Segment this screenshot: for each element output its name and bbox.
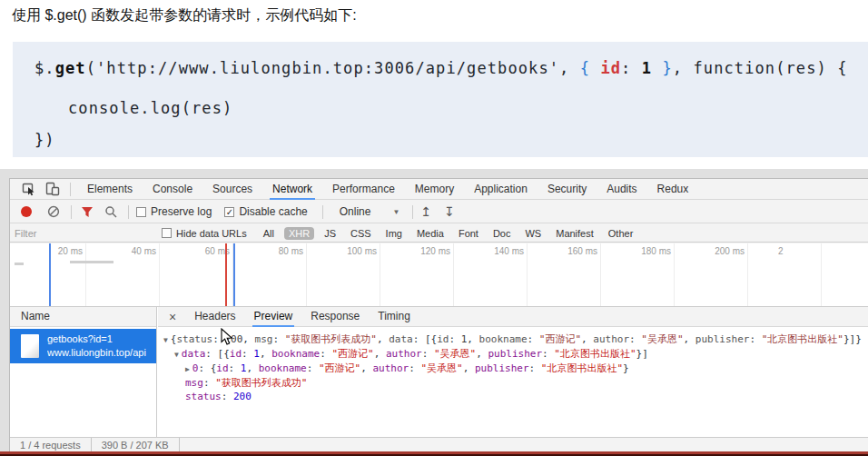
preview-tree[interactable]: ▼{status: 200, msg: "获取图书列表成功", data: [{… [158,327,868,437]
tab-console[interactable]: Console [153,179,192,200]
filter-funnel-icon[interactable] [79,204,94,220]
filter-type-doc[interactable]: Doc [488,227,516,240]
video-progress-bar[interactable] [0,451,868,456]
filter-type-manifest[interactable]: Manifest [551,227,598,240]
tab-audits[interactable]: Audits [607,179,636,200]
preview-token: , [581,333,593,345]
timeline-tick-label: 100 ms [313,246,377,256]
preview-token: "西游记" [539,333,581,345]
toolbar-divider [412,205,413,219]
code-token: $. [35,59,55,77]
filter-type-img[interactable]: Img [381,227,407,240]
inspect-icon[interactable] [21,182,36,197]
record-icon[interactable] [21,206,32,217]
request-row[interactable]: getbooks?id=1 www.liulongbin.top/api [10,329,156,363]
hide-data-urls-checkbox[interactable] [162,228,172,238]
filter-type-xhr[interactable]: XHR [284,227,314,240]
filter-type-all[interactable]: All [259,227,279,240]
devtools-window: ElementsConsoleSourcesNetworkPerformance… [9,178,868,451]
filter-type-pills: AllXHRJSCSSImgMediaFontDocWSManifestOthe… [256,227,641,240]
preview-token: , [260,348,271,360]
close-icon[interactable]: × [169,307,176,327]
overview-resource-bar [70,261,113,263]
tab-application[interactable]: Application [474,179,528,200]
preview-token: : [528,333,539,345]
timeline-tick-label: 140 ms [460,246,524,256]
filter-type-media[interactable]: Media [412,227,449,240]
preview-line[interactable]: ▶0: {id: 1, bookname: "西游记", author: "吴承… [158,362,868,376]
filter-input[interactable] [15,228,149,239]
transfer-size: 390 B / 207 KB [92,438,180,452]
preview-token: : [307,362,319,374]
hide-data-urls-label[interactable]: Hide data URLs [176,228,247,239]
mouse-cursor-icon [221,328,233,350]
overview-resource-bar [15,263,24,265]
devtools-tabbar: ElementsConsoleSourcesNetworkPerformance… [10,179,868,200]
filter-type-ws[interactable]: WS [520,227,546,240]
preview-token: "获取图书列表成功" [215,377,307,389]
preview-line[interactable]: status: 200 [158,390,868,403]
detail-tab-headers[interactable]: Headers [194,307,235,327]
code-line-1: $.get('http://www.liulongbin.top:3006/ap… [35,59,848,77]
tab-network[interactable]: Network [272,179,312,200]
tab-sources[interactable]: Sources [212,179,252,200]
preview-token: "北京图书出版社" [554,348,636,360]
timeline-tick-label: 60 ms [166,246,230,256]
throttling-select[interactable]: Online [340,205,371,218]
preview-line[interactable]: ▼data: [{id: 1, bookname: "西游记", author:… [158,347,868,362]
code-token: ('http://www.liulongbin.top:3006/api/get… [86,59,580,77]
detail-tab-response[interactable]: Response [311,307,360,327]
name-column-header[interactable]: Name [10,307,156,327]
disable-cache-label[interactable]: Disable cache [239,205,307,218]
export-har-icon[interactable]: ↧ [444,204,455,219]
devtools-outer-background: ElementsConsoleSourcesNetworkPerformance… [0,169,868,451]
dropdown-arrow-icon[interactable]: ▼ [392,208,399,216]
disclosure-expanded-icon[interactable]: ▼ [163,336,168,344]
clear-icon[interactable] [45,204,61,220]
search-icon[interactable] [103,204,118,220]
lesson-section: 使用 $.get() 函数发起带参数的请求时，示例代码如下: $.get('ht… [0,0,868,169]
preview-token: author [372,362,409,374]
tab-security[interactable]: Security [547,179,587,200]
filter-type-font[interactable]: Font [454,227,483,240]
detail-tab-timing[interactable]: Timing [378,307,410,327]
timeline-tick-label: 200 ms [681,246,745,256]
tab-performance[interactable]: Performance [332,179,395,200]
timeline-gridline [453,243,454,306]
tab-redux[interactable]: Redux [657,179,689,200]
preview-token: status [176,333,212,345]
disclosure-expanded-icon[interactable]: ▼ [174,351,179,359]
preview-token: : { [198,362,216,374]
timeline-overview[interactable]: 20 ms40 ms60 ms80 ms100 ms120 ms140 ms16… [10,243,868,307]
preview-line[interactable]: msg: "获取图书列表成功" [158,376,868,390]
preview-token: "获取图书列表成功" [285,333,377,345]
preview-line[interactable]: ▼{status: 200, msg: "获取图书列表成功", data: [{… [158,332,868,347]
detail-tab-preview[interactable]: Preview [254,307,293,327]
tab-elements[interactable]: Elements [87,179,133,200]
timeline-gridline [527,243,528,306]
request-list-pane: Name getbooks?id=1 www.liulongbin.top/ap… [10,307,157,437]
preview-token: : [272,333,284,345]
disclosure-collapsed-icon[interactable]: ▶ [185,365,190,373]
preview-token: author [386,348,422,360]
preview-token: status [185,391,222,402]
preview-token: , [476,348,488,360]
load-event-line [225,243,227,306]
preview-token: , [467,333,478,345]
timeline-gridline [159,243,160,306]
code-block: $.get('http://www.liulongbin.top:3006/ap… [13,42,868,157]
preview-token: , [463,362,475,374]
disable-cache-checkbox[interactable]: ✓ [224,207,234,217]
import-har-icon[interactable]: ↥ [420,204,431,219]
filter-type-other[interactable]: Other [604,227,638,240]
filter-type-js[interactable]: JS [320,227,340,240]
lesson-heading: 使用 $.get() 函数发起带参数的请求时，示例代码如下: [12,6,357,25]
device-toolbar-icon[interactable] [44,182,60,197]
preserve-log-label[interactable]: Preserve log [151,205,212,218]
filter-type-css[interactable]: CSS [346,227,376,240]
preview-token: : [222,391,233,402]
preserve-log-checkbox[interactable] [136,207,146,217]
preview-token: "北京图书出版社" [762,333,843,345]
tab-memory[interactable]: Memory [415,179,454,200]
request-detail-pane: × HeadersPreviewResponseTiming ▼{status:… [158,307,868,437]
